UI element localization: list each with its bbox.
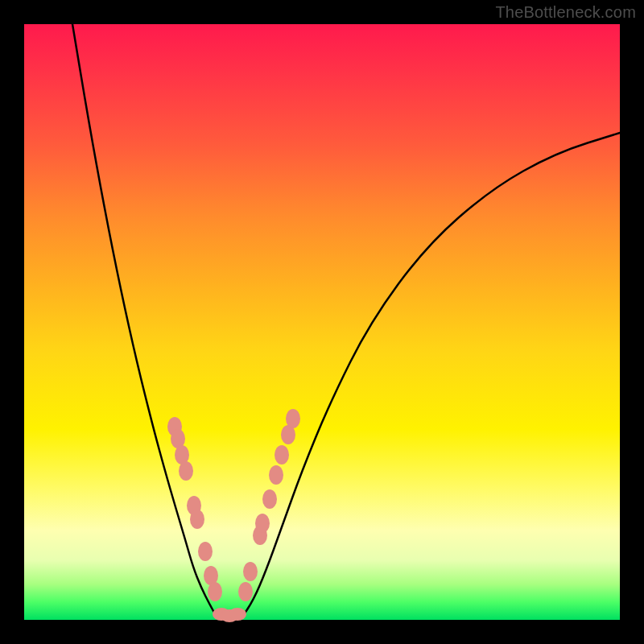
bead (275, 445, 289, 464)
chart-svg (24, 24, 620, 620)
bead (262, 489, 277, 509)
bead (286, 409, 300, 428)
bead (190, 510, 204, 529)
bead (229, 608, 246, 621)
left-curve (72, 24, 217, 618)
bead (208, 582, 222, 601)
outer-frame: TheBottleneck.com (0, 0, 644, 644)
bead (243, 562, 258, 581)
bead (269, 465, 283, 485)
watermark-text: TheBottleneck.com (495, 3, 636, 22)
beads-group (167, 409, 300, 622)
plot-area (24, 24, 620, 620)
right-curve (242, 133, 620, 618)
bead (198, 542, 213, 561)
bead (238, 582, 253, 601)
bead (255, 514, 270, 533)
bead (179, 461, 193, 481)
